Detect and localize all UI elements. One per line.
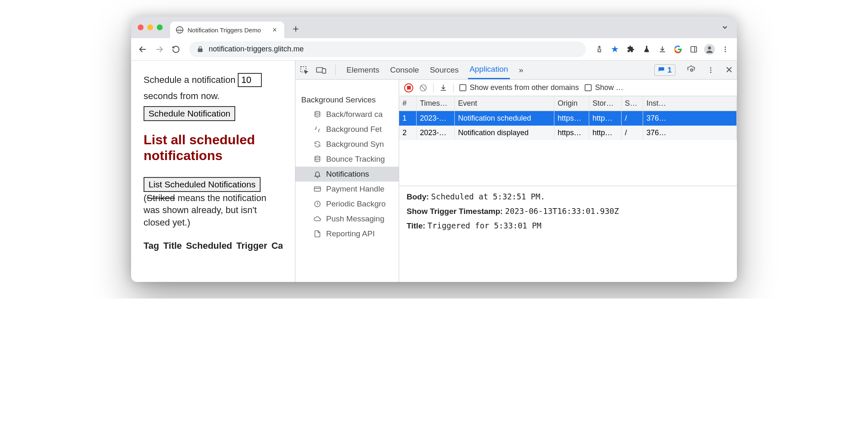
file-icon <box>313 229 322 238</box>
events-toolbar: Show events from other domains Show … <box>399 80 737 96</box>
tab-strip: Notification Triggers Demo × + <box>131 17 737 38</box>
maximize-window-button[interactable] <box>157 24 163 30</box>
schedule-label-pre: Schedule a notification <box>144 73 235 87</box>
nav-back-button[interactable] <box>135 42 150 57</box>
devtools-menu-icon[interactable] <box>707 66 714 74</box>
svg-point-17 <box>315 112 320 114</box>
browser-window: Notification Triggers Demo × + notificat… <box>131 17 737 282</box>
svg-line-23 <box>421 86 425 90</box>
seconds-input[interactable] <box>238 73 262 87</box>
page-content: Schedule a notification seconds from now… <box>131 61 295 282</box>
sidebar-item-bounce-tracking[interactable]: Bounce Tracking <box>295 152 399 167</box>
browser-menu-icon[interactable] <box>718 42 733 57</box>
profile-icon[interactable] <box>702 42 717 57</box>
tabs-overflow-icon[interactable]: » <box>517 61 525 79</box>
show-other-domains-checkbox[interactable]: Show events from other domains <box>459 83 579 92</box>
tab-application[interactable]: Application <box>468 61 510 79</box>
google-icon[interactable] <box>671 42 685 57</box>
tabs-menu-icon[interactable] <box>721 24 729 31</box>
list-scheduled-button[interactable]: List Scheduled Notifications <box>144 177 261 192</box>
note-text: (Striked means the notification was show… <box>144 192 283 229</box>
svg-point-15 <box>710 69 712 70</box>
record-button[interactable] <box>404 83 413 92</box>
inspect-icon[interactable] <box>300 66 309 75</box>
sync-icon <box>313 140 322 149</box>
issues-badge[interactable]: 1 <box>654 64 675 76</box>
database-icon <box>313 110 322 119</box>
sidebar-item-notifications[interactable]: Notifications <box>295 167 399 182</box>
devtools-settings-icon[interactable] <box>687 66 696 75</box>
share-icon[interactable] <box>592 42 607 57</box>
table-header-row: # Times… Event Origin Stor… S… Inst… <box>399 96 737 111</box>
bookmark-star-icon[interactable]: ★ <box>607 42 622 57</box>
show-checkbox-2[interactable]: Show … <box>585 83 623 92</box>
url-text: notification-triggers.glitch.me <box>209 45 304 53</box>
svg-point-13 <box>690 69 693 71</box>
svg-rect-3 <box>691 46 697 52</box>
reading-list-icon[interactable] <box>686 42 701 57</box>
reload-button[interactable] <box>168 42 183 57</box>
fetch-icon <box>313 125 322 134</box>
cloud-icon <box>313 214 322 223</box>
tab-title: Notification Triggers Demo <box>188 27 261 34</box>
notifications-table-header: Tag Title Scheduled Trigger Ca <box>144 240 283 251</box>
lock-icon <box>197 46 204 53</box>
sidebar-item-reporting-api[interactable]: Reporting API <box>295 226 399 241</box>
table-row[interactable]: 1 2023-… Notification scheduled https… h… <box>399 111 737 126</box>
sidebar-item-background-fetch[interactable]: Background Fet <box>295 122 399 137</box>
window-controls <box>138 24 163 30</box>
bell-icon <box>313 170 322 179</box>
globe-icon <box>176 26 183 34</box>
minimize-window-button[interactable] <box>147 24 153 30</box>
close-tab-icon[interactable]: × <box>273 26 277 34</box>
labs-icon[interactable] <box>639 42 654 57</box>
devtools-close-icon[interactable]: ✕ <box>725 65 733 75</box>
nav-forward-button[interactable] <box>152 42 167 57</box>
page-heading: List all scheduled notifications <box>144 132 283 164</box>
url-input[interactable]: notification-triggers.glitch.me <box>189 41 586 57</box>
tab-sources[interactable]: Sources <box>428 61 461 79</box>
svg-rect-19 <box>315 187 321 192</box>
svg-point-8 <box>725 49 726 50</box>
sidebar-item-periodic-sync[interactable]: Periodic Backgro <box>295 197 399 211</box>
clock-icon <box>313 199 322 209</box>
svg-point-16 <box>710 71 712 73</box>
sidebar-section-header: Background Services <box>295 93 399 107</box>
devtools-tabs: Elements Console Sources Application » 1… <box>295 61 737 80</box>
svg-rect-12 <box>322 68 326 73</box>
event-details: Body: Scheduled at 5:32:51 PM. Show Trig… <box>399 186 737 236</box>
clear-button[interactable] <box>419 84 427 92</box>
sidebar-item-push-messaging[interactable]: Push Messaging <box>295 211 399 226</box>
card-icon <box>313 184 322 194</box>
tab-elements[interactable]: Elements <box>345 61 381 79</box>
svg-point-9 <box>725 51 726 52</box>
svg-point-7 <box>725 46 726 48</box>
new-tab-button[interactable]: + <box>293 22 299 35</box>
database-icon <box>313 155 322 164</box>
close-window-button[interactable] <box>138 24 144 30</box>
application-sidebar: Background Services Back/forward ca Back… <box>295 80 399 282</box>
schedule-label-post: seconds from now. <box>144 90 219 103</box>
extensions-icon[interactable] <box>623 42 638 57</box>
notifications-panel: Show events from other domains Show … # … <box>399 80 737 282</box>
address-bar: notification-triggers.glitch.me ★ <box>131 38 737 61</box>
sidebar-item-payment-handler[interactable]: Payment Handle <box>295 182 399 197</box>
events-table: # Times… Event Origin Stor… S… Inst… 1 2… <box>399 96 737 186</box>
schedule-notification-button[interactable]: Schedule Notification <box>144 106 235 121</box>
sidebar-item-back-forward-cache[interactable]: Back/forward ca <box>295 107 399 122</box>
svg-point-6 <box>708 46 711 49</box>
toolbar-actions: ★ <box>592 42 733 57</box>
svg-point-14 <box>710 67 712 68</box>
svg-point-18 <box>315 156 320 158</box>
browser-tab[interactable]: Notification Triggers Demo × <box>170 22 284 38</box>
sidebar-item-background-sync[interactable]: Background Syn <box>295 137 399 152</box>
device-toggle-icon[interactable] <box>316 66 326 74</box>
download-events-button[interactable] <box>439 84 447 92</box>
table-row[interactable]: 2 2023-… Notification displayed https… h… <box>399 126 737 140</box>
downloads-icon[interactable] <box>655 42 670 57</box>
tab-console[interactable]: Console <box>388 61 421 79</box>
devtools-panel: Elements Console Sources Application » 1… <box>295 61 737 282</box>
